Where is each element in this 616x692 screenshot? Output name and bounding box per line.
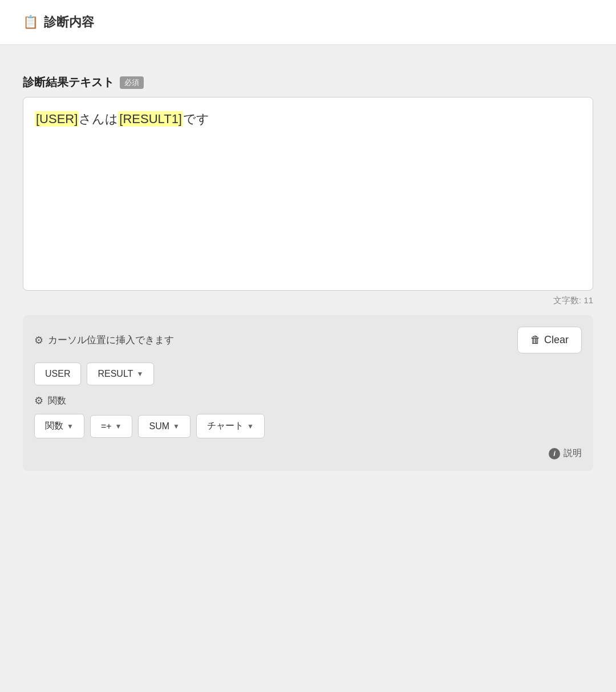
chart-label: チャート (207, 420, 244, 432)
field-label-row: 診断結果テキスト 必須 (23, 75, 593, 90)
kansu-dropdown-arrow: ▼ (67, 422, 74, 430)
functions-label-row: ⚙ 関数 (34, 394, 582, 407)
kansu-button[interactable]: 関数 ▼ (34, 414, 84, 438)
clear-button[interactable]: 🗑 Clear (517, 327, 582, 353)
variables-row: USER RESULT ▼ (34, 363, 582, 385)
result-tag: [RESULT1] (118, 111, 183, 127)
sum-label: SUM (149, 421, 169, 432)
document-icon: 📋 (23, 15, 38, 30)
user-tag: [USER] (35, 111, 79, 127)
user-variable-label: USER (45, 369, 70, 378)
chart-dropdown-arrow: ▼ (247, 422, 254, 430)
chart-content: チャート ▼ (207, 420, 254, 432)
trash-icon: 🗑 (530, 334, 541, 346)
equals-plus-content: =+ ▼ (101, 421, 122, 432)
section-title: 診断内容 (44, 14, 94, 31)
textarea-content[interactable]: [USER]さんは[RESULT1]です (35, 109, 581, 129)
result-variable-button[interactable]: RESULT ▼ (87, 363, 154, 385)
functions-label: 関数 (48, 395, 66, 407)
required-badge: 必須 (120, 76, 144, 89)
info-icon: i (549, 448, 560, 459)
sum-dropdown-arrow: ▼ (173, 422, 180, 430)
main-content: 診断結果テキスト 必須 [USER]さんは[RESULT1]です 文字数: 11… (23, 63, 593, 482)
functions-row: 関数 ▼ =+ ▼ SUM ▼ (34, 414, 582, 438)
equals-plus-arrow: ▼ (115, 422, 122, 430)
equals-plus-button[interactable]: =+ ▼ (90, 415, 133, 438)
sum-content: SUM ▼ (149, 421, 179, 432)
result-button-content: RESULT ▼ (98, 369, 143, 379)
user-variable-button[interactable]: USER (34, 363, 81, 385)
section-header: 📋 診断内容 (0, 0, 616, 45)
explanation-label: 説明 (564, 447, 582, 459)
page-container: 📋 診断内容 診断結果テキスト 必須 [USER]さんは[RESULT1]です … (0, 0, 616, 692)
kansu-button-content: 関数 ▼ (45, 420, 74, 432)
char-count: 文字数: 11 (23, 295, 593, 306)
toolbar-hint-text: カーソル位置に挿入できます (48, 333, 174, 347)
bottom-row: i 説明 (34, 447, 582, 459)
equals-plus-label: =+ (101, 421, 112, 432)
sum-button[interactable]: SUM ▼ (138, 415, 190, 438)
explanation-button[interactable]: i 説明 (549, 447, 582, 459)
clear-label: Clear (544, 334, 569, 346)
toolbar-section: ⚙ カーソル位置に挿入できます 🗑 Clear USER RESULT ▼ (23, 315, 593, 471)
textarea-container[interactable]: [USER]さんは[RESULT1]です (23, 97, 593, 291)
functions-gear-icon: ⚙ (34, 394, 43, 407)
kansu-label: 関数 (45, 420, 63, 432)
result-dropdown-arrow: ▼ (136, 370, 143, 378)
toolbar-top-row: ⚙ カーソル位置に挿入できます 🗑 Clear (34, 327, 582, 353)
result-variable-label: RESULT (98, 369, 133, 379)
field-label: 診断結果テキスト (23, 75, 114, 90)
toolbar-hint: ⚙ カーソル位置に挿入できます (34, 333, 174, 347)
chart-button[interactable]: チャート ▼ (196, 414, 265, 438)
gear-icon: ⚙ (34, 334, 43, 347)
